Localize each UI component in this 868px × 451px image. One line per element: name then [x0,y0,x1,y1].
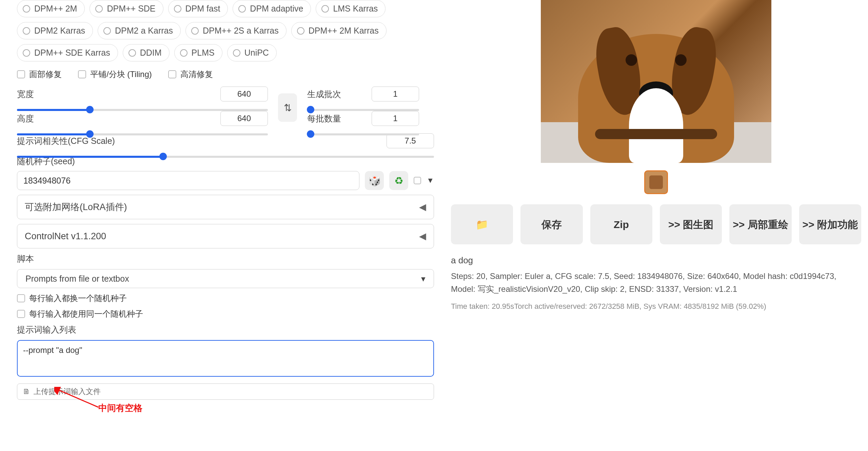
accordion-title: ControlNet v1.1.200 [25,231,106,242]
sampler-label: DPM2 Karras [34,26,85,36]
sampler-label: PLMS [192,48,215,58]
script-select[interactable]: Prompts from file or textbox▾ [17,269,434,288]
send-inpaint-button[interactable]: >> 局部重绘 [729,204,791,244]
random-seed-button[interactable]: 🎲 [365,171,384,190]
sampler-dpm2karras[interactable]: DPM2 Karras [17,22,93,39]
seed-input[interactable] [17,171,359,190]
script-label: 脚本 [17,253,434,264]
generation-time: Time taken: 20.95sTorch active/reserved:… [451,302,861,311]
save-button[interactable]: 保存 [520,204,583,244]
sampler-radios: DPM++ 2M DPM++ SDE DPM fast DPM adaptive… [17,0,434,61]
button-label: >> 附加功能 [803,218,858,231]
tiling-checkbox[interactable]: 平铺/分块 (Tiling) [78,69,152,80]
button-label: >> 图生图 [668,218,713,231]
zip-button[interactable]: Zip [590,204,652,244]
height-value[interactable]: 640 [220,111,268,126]
checkbox-label: 每行输入都换一个随机种子 [29,293,127,304]
output-image[interactable] [541,0,771,163]
sampler-dpmppsde[interactable]: DPM++ SDE [90,0,163,17]
generation-metadata: Steps: 20, Sampler: Euler a, CFG scale: … [451,270,861,296]
file-icon: 🗎 [23,387,30,396]
batch-count-value[interactable]: 1 [372,87,419,101]
batch-count-label: 生成批次 [307,89,341,100]
sampler-dpmfast[interactable]: DPM fast [168,0,228,17]
sampler-label: DPM adaptive [250,4,303,14]
triangle-left-icon: ◀ [419,231,426,242]
sampler-label: UniPC [244,48,269,58]
radio-icon [23,5,30,13]
triangle-left-icon: ◀ [419,202,426,212]
sampler-dpmppsdekarras[interactable]: DPM++ SDE Karras [17,44,118,61]
width-value[interactable]: 640 [220,87,268,101]
button-label: >> 局部重绘 [733,218,788,231]
sampler-dpmpp2m[interactable]: DPM++ 2M [17,0,85,17]
sampler-dpmpp2mkarras[interactable]: DPM++ 2M Karras [291,22,387,39]
cfg-value[interactable]: 7.5 [387,133,434,148]
sampler-unipc[interactable]: UniPC [227,44,277,61]
prompt-list-textarea[interactable] [17,340,434,377]
reuse-seed-button[interactable]: ♻ [389,171,408,190]
radio-icon [95,5,103,13]
width-label: 宽度 [17,89,34,100]
sampler-label: DPM++ 2M Karras [309,26,379,36]
open-folder-button[interactable]: 📁 [451,204,513,244]
checkbox-icon [17,294,25,302]
cfg-label: 提示词相关性(CFG Scale) [17,135,115,147]
sampler-label: DDIM [140,48,162,58]
extra-seed-checkbox[interactable] [414,177,421,184]
output-thumbnail[interactable] [644,170,668,194]
radio-icon [191,27,199,35]
send-extras-button[interactable]: >> 附加功能 [799,204,861,244]
dice-icon: 🎲 [368,175,381,187]
iterate-seed-checkbox[interactable]: 每行输入都换一个随机种子 [17,293,434,304]
face-restore-checkbox[interactable]: 面部修复 [17,69,62,80]
swap-icon: ⇅ [284,102,292,113]
recycle-icon: ♻ [394,175,403,187]
radio-icon [174,5,181,13]
prompt-list-label: 提示词输入列表 [17,324,434,335]
chevron-down-icon[interactable]: ▼ [427,176,434,185]
sampler-label: DPM++ SDE Karras [34,48,110,58]
checkbox-icon [17,310,25,318]
sampler-lmskarras[interactable]: LMS Karras [316,0,386,17]
batch-size-label: 每批数量 [307,113,341,124]
sampler-dpm2akarras[interactable]: DPM2 a Karras [98,22,181,39]
script-value: Prompts from file or textbox [25,274,129,284]
radio-icon [180,49,188,57]
chevron-down-icon: ▾ [421,274,426,284]
annotation-text: 中间有空格 [98,402,142,414]
button-label: Zip [614,218,629,231]
controlnet-accordion[interactable]: ControlNet v1.1.200◀ [17,224,434,248]
radio-icon [23,49,30,57]
folder-icon: 📁 [476,218,488,231]
upload-prompts-button[interactable]: 🗎上传提示词输入文件 [17,383,434,400]
radio-icon [233,49,240,57]
sampler-label: DPM fast [185,4,220,14]
sampler-plms[interactable]: PLMS [174,44,222,61]
lora-accordion[interactable]: 可选附加网络(LoRA插件)◀ [17,195,434,219]
sampler-label: LMS Karras [333,4,378,14]
sampler-label: DPM2 a Karras [115,26,173,36]
checkbox-label: 高清修复 [180,69,213,80]
checkbox-icon [168,70,176,78]
sampler-dpmadaptive[interactable]: DPM adaptive [233,0,311,17]
upload-label: 上传提示词输入文件 [34,387,101,397]
swap-dimensions-button[interactable]: ⇅ [278,93,297,122]
checkbox-icon [78,70,86,78]
checkbox-label: 面部修复 [29,69,62,80]
radio-icon [103,27,111,35]
radio-icon [238,5,246,13]
hires-checkbox[interactable]: 高清修复 [168,69,213,80]
same-seed-checkbox[interactable]: 每行输入都使用同一个随机种子 [17,308,434,319]
checkbox-label: 每行输入都使用同一个随机种子 [29,308,143,319]
radio-icon [321,5,329,13]
sampler-dpmpp2sakarras[interactable]: DPM++ 2S a Karras [185,22,287,39]
sampler-label: DPM++ SDE [107,4,155,14]
button-label: 保存 [541,218,562,231]
batch-size-value[interactable]: 1 [372,111,419,126]
sampler-ddim[interactable]: DDIM [123,44,170,61]
send-img2img-button[interactable]: >> 图生图 [660,204,722,244]
sampler-label: DPM++ 2S a Karras [203,26,279,36]
accordion-title: 可选附加网络(LoRA插件) [25,201,127,213]
checkbox-icon [17,70,25,78]
